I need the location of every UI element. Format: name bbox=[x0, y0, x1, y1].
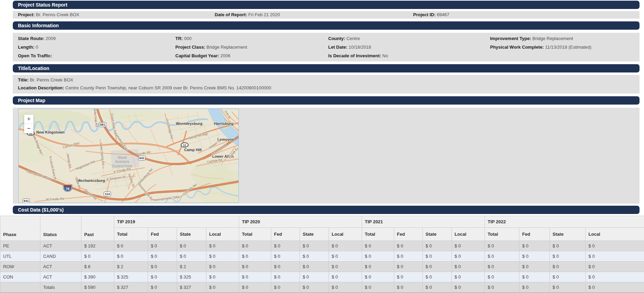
cost-group-tip-2022: TIP 2022 bbox=[485, 216, 644, 228]
meta-date-value: Fri Feb 21 2020 bbox=[248, 12, 280, 17]
field-improvement-type: Improvement Type: Bridge Replacement bbox=[490, 36, 573, 41]
cost-col-state-2: State bbox=[423, 228, 452, 241]
cost-data-title: Cost Data ($1,000's) bbox=[18, 207, 64, 213]
cost-col-total-2: Total bbox=[362, 228, 394, 241]
cost-cell-11: $ 0 bbox=[362, 272, 394, 282]
cost-cell-10: $ 0 bbox=[329, 241, 362, 251]
map-road-label: Market St bbox=[208, 139, 221, 150]
cost-cell-2: $ 192 bbox=[81, 241, 114, 251]
cost-cell-15: $ 0 bbox=[485, 262, 519, 272]
cost-cell-7: $ 0 bbox=[239, 282, 271, 293]
meta-date-label: Date of Report: bbox=[215, 12, 247, 17]
map-city-label: New Kingstown bbox=[36, 130, 65, 134]
cost-cell-10: $ 0 bbox=[329, 282, 362, 293]
basic-info-row-1: State Route: 2009 TR: 000 County: Centre… bbox=[13, 34, 640, 43]
map-zoom-out-button[interactable]: − bbox=[24, 124, 33, 133]
map-area-label: Inventory bbox=[115, 160, 129, 164]
cost-group-tip-2019: TIP 2019 bbox=[114, 216, 239, 228]
field-county: County: Centre bbox=[328, 36, 360, 41]
cost-cell-3: $ 325 bbox=[114, 272, 148, 282]
cost-cell-18: $ 0 bbox=[586, 251, 644, 262]
cost-cell-13: $ 0 bbox=[423, 282, 452, 293]
cost-row-utl: UTLCAND$ 0$ 0$ 0$ 0$ 0$ 0$ 0$ 0$ 0$ 0$ 0… bbox=[0, 251, 644, 262]
cost-cell-13: $ 0 bbox=[423, 241, 452, 251]
interstate-shield-76: 76 bbox=[64, 185, 72, 192]
cost-cell-5: $ 0 bbox=[177, 241, 206, 251]
basic-info-row-3: Open To Traffic: Capital Budget Year: 20… bbox=[13, 51, 640, 60]
cost-row-row: ROWACT$ 8$ 2$ 0$ 2$ 0$ 0$ 0$ 0$ 0$ 0$ 0$… bbox=[0, 262, 644, 272]
map-road-label: N Locust Point Rd bbox=[49, 156, 57, 181]
cost-cell-10: $ 0 bbox=[329, 262, 362, 272]
cost-cell-6: $ 0 bbox=[206, 241, 239, 251]
cost-cell-7: $ 0 bbox=[239, 251, 271, 262]
us-route-shield-11: 11 bbox=[181, 143, 189, 148]
cost-cell-18: $ 0 bbox=[586, 241, 644, 251]
map-road-label: State Rd bbox=[75, 177, 81, 189]
cost-cell-3: $ 327 bbox=[114, 282, 148, 293]
map-road-label: Trindle Rd bbox=[136, 150, 151, 156]
meta-project-id-value: 69467 bbox=[437, 12, 449, 17]
cost-cell-17: $ 0 bbox=[550, 241, 586, 251]
cost-cell-15: $ 0 bbox=[485, 272, 519, 282]
cost-col-total-3: Total bbox=[485, 228, 519, 241]
cost-cell-16: $ 0 bbox=[519, 251, 550, 262]
map-road-label: Sinclair Rd bbox=[84, 188, 97, 201]
map-road-label: E Trindle Rd bbox=[114, 167, 131, 174]
map-road-label: Hogestown Rd bbox=[75, 160, 95, 170]
map-city-label: Mechanicsburg bbox=[77, 178, 105, 183]
cost-cell-15: $ 0 bbox=[485, 282, 519, 293]
cost-cell-8: $ 0 bbox=[271, 251, 300, 262]
cost-cell-1: ACT bbox=[40, 241, 81, 251]
map-zoom-in-button[interactable]: + bbox=[24, 115, 33, 124]
cost-cell-8: $ 0 bbox=[271, 262, 300, 272]
cost-cell-18: $ 0 bbox=[586, 262, 644, 272]
title-location-block: Title: Br. Penns Creek BOX Location Desc… bbox=[13, 75, 640, 94]
map-road-label: Hummel Ave bbox=[211, 144, 228, 156]
map-city-label: Harrisburg bbox=[214, 121, 233, 126]
map-road-label: Gettysburg Rd bbox=[137, 168, 153, 185]
map-area-label: Control Point bbox=[112, 164, 132, 168]
cost-cell-1: ACT bbox=[40, 272, 81, 282]
map-road-label: E Simpson St bbox=[106, 175, 125, 181]
cost-cell-6: $ 0 bbox=[206, 282, 239, 293]
cost-cell-10: $ 0 bbox=[329, 251, 362, 262]
map-road-label: Rossmoyne Rd bbox=[137, 183, 154, 201]
cost-cell-11: $ 0 bbox=[362, 262, 394, 272]
field-project-class: Project Class: Bridge Replacement bbox=[175, 45, 247, 50]
cost-cell-7: $ 0 bbox=[239, 262, 271, 272]
map-viewport[interactable]: New KingstownMechanicsburgCamp HillWorml… bbox=[18, 109, 239, 203]
cost-col-local-3: Local bbox=[586, 228, 644, 241]
cost-cell-0: ROW bbox=[0, 262, 40, 272]
cost-cell-13: $ 0 bbox=[423, 272, 452, 282]
cost-cell-0: CON bbox=[0, 272, 40, 282]
cost-col-status: Status bbox=[40, 216, 81, 241]
state-route-shield-641: 641 bbox=[138, 156, 146, 160]
cost-cell-9: $ 0 bbox=[300, 251, 329, 262]
state-route-shield-641: 641 bbox=[23, 198, 30, 203]
map-road-label: Hempt Rd bbox=[66, 154, 72, 168]
cost-col-phase: Phase bbox=[0, 216, 40, 241]
cost-cell-2: $ 390 bbox=[81, 272, 114, 282]
basic-information-title: Basic Information bbox=[18, 23, 59, 28]
cost-cell-6: $ 0 bbox=[206, 272, 239, 282]
report-page: Project Status Report Project: Br. Penns… bbox=[13, 1, 640, 214]
cost-row-totals: Totals$ 590$ 327$ 0$ 327$ 0$ 0$ 0$ 0$ 0$… bbox=[0, 282, 644, 293]
cost-cell-14: $ 0 bbox=[452, 241, 485, 251]
cost-cell-9: $ 0 bbox=[300, 282, 329, 293]
cost-cell-12: $ 0 bbox=[394, 282, 423, 293]
map-area-label: Naval bbox=[118, 156, 127, 159]
cost-cell-14: $ 0 bbox=[452, 272, 485, 282]
map-road-label: Orrs Bridge Rd bbox=[165, 118, 174, 139]
cost-cell-15: $ 0 bbox=[485, 251, 519, 262]
cost-col-state-3: State bbox=[550, 228, 586, 241]
cost-cell-12: $ 0 bbox=[394, 272, 423, 282]
field-title: Title: Br. Penns Creek BOX bbox=[18, 77, 73, 82]
cost-cell-8: $ 0 bbox=[271, 282, 300, 293]
cost-cell-5: $ 325 bbox=[177, 272, 206, 282]
meta-project: Project: Br. Penns Creek BOX bbox=[18, 12, 79, 17]
field-physical-work-complete: Physical Work Complete: 11/13/2018 (Esti… bbox=[490, 45, 592, 50]
meta-date-of-report: Date of Report: Fri Feb 21 2020 bbox=[215, 12, 280, 17]
cost-cell-1: CAND bbox=[40, 251, 81, 262]
cost-cell-8: $ 0 bbox=[271, 241, 300, 251]
state-route-shield-581: 581 bbox=[99, 122, 106, 127]
